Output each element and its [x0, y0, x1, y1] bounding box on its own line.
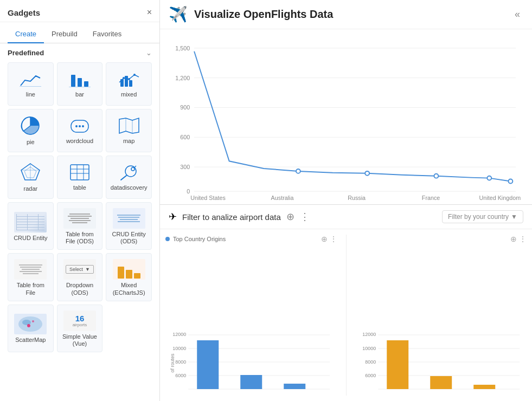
- gadget-line[interactable]: line: [8, 62, 54, 106]
- crud-entity-thumb: [14, 212, 47, 232]
- svg-text:12000: 12000: [172, 332, 186, 337]
- bar-right-2: [430, 376, 452, 389]
- gadgets-grid-row6: ScatterMap 16 airports Simple Value (Vue…: [8, 305, 152, 352]
- gadget-bar[interactable]: bar: [57, 62, 103, 106]
- filter-area: ✈ Filter to analize airport data ⊕ ⋮ Fil…: [160, 205, 532, 401]
- gadget-wordcloud[interactable]: wordcloud: [57, 109, 103, 152]
- collapse-icon[interactable]: ⌄: [146, 49, 152, 57]
- svg-text:10000: 10000: [362, 346, 376, 351]
- wordcloud-icon: [69, 117, 91, 134]
- svg-point-47: [296, 169, 300, 173]
- svg-text:0: 0: [187, 188, 190, 195]
- simple-value-vue-thumb: 16 airports: [63, 311, 96, 331]
- menu-icon-right[interactable]: ⋮: [519, 235, 527, 243]
- datadiscovery-icon: [119, 164, 139, 181]
- gadget-datadiscovery[interactable]: datadiscovery: [106, 156, 152, 199]
- menu-icon-left[interactable]: ⋮: [330, 235, 337, 243]
- filter-dropdown-text: Filter by your country: [448, 213, 509, 221]
- bar-chart-panel-left: Top Country Origins ⊕ ⋮ 12000 10000 8000…: [160, 235, 343, 396]
- svg-point-14: [79, 125, 81, 127]
- gadget-datadiscovery-label: datadiscovery: [111, 184, 148, 191]
- svg-text:12000: 12000: [362, 332, 376, 337]
- bar-left-1: [197, 340, 219, 389]
- svg-text:Australia: Australia: [271, 195, 294, 201]
- svg-text:900: 900: [180, 104, 190, 111]
- tab-favorites[interactable]: Favorites: [85, 27, 129, 43]
- line-icon: [20, 70, 41, 88]
- svg-point-49: [434, 174, 438, 178]
- move-icon-right[interactable]: ⊕: [510, 235, 517, 243]
- map-icon: [118, 117, 140, 134]
- svg-rect-7: [129, 80, 132, 87]
- gadget-scatter-map-label: ScatterMap: [15, 337, 46, 344]
- gadgets-grid-row1: line bar: [8, 62, 152, 106]
- filter-menu-icon[interactable]: ⋮: [300, 211, 310, 223]
- gadget-crud-entity-label: CRUD Entity: [14, 235, 47, 242]
- chart-icons-right: ⊕ ⋮: [510, 235, 527, 243]
- svg-text:of routes: of routes: [170, 353, 175, 373]
- chart-icons-left: ⊕ ⋮: [321, 235, 337, 243]
- svg-rect-0: [20, 86, 41, 87]
- gadget-dropdown-ods-label: Dropdown (ODS): [61, 282, 99, 296]
- move-icon-left[interactable]: ⊕: [321, 235, 328, 243]
- gadget-table[interactable]: table: [57, 156, 103, 199]
- svg-point-34: [32, 320, 34, 322]
- svg-point-31: [18, 316, 42, 332]
- gadget-scatter-map[interactable]: ScatterMap: [8, 305, 54, 352]
- tab-create[interactable]: Create: [8, 27, 44, 43]
- gadget-pie[interactable]: pie: [8, 109, 54, 152]
- gadget-mixed[interactable]: mixed: [106, 62, 152, 106]
- gadget-crud-entity-ods[interactable]: CRUD Entity (ODS): [106, 202, 152, 250]
- svg-text:10000: 10000: [172, 346, 186, 351]
- svg-line-29: [121, 176, 126, 180]
- table-from-file-thumb: [14, 259, 47, 280]
- tabs-container: Create Prebuild Favorites: [0, 22, 159, 43]
- gadget-crud-entity-ods-label: CRUD Entity (ODS): [110, 231, 148, 245]
- main-title: Visualize OpenFlights Data: [194, 8, 333, 21]
- gadget-table-from-file[interactable]: Table from File: [8, 253, 54, 301]
- gadget-simple-value-vue[interactable]: 16 airports Simple Value (Vue): [57, 305, 103, 352]
- dropdown-ods-thumb: Select ▼: [63, 259, 96, 280]
- svg-text:Russia: Russia: [348, 195, 366, 201]
- chart-panel-header-left: Top Country Origins ⊕ ⋮: [165, 235, 337, 243]
- bar-left-3: [284, 384, 305, 389]
- gadgets-grid-row5: Table from File Select ▼ Dropdown (ODS) …: [8, 253, 152, 301]
- bar-icon: [69, 70, 91, 88]
- radar-icon: [20, 163, 41, 182]
- gadget-table-from-file-label: Table from File: [11, 282, 50, 296]
- svg-text:United Kingdom: United Kingdom: [479, 195, 521, 201]
- svg-text:6000: 6000: [365, 373, 376, 378]
- bar-chart-panel-right: ⊕ ⋮ 12000 10000 8000 6000: [350, 235, 533, 396]
- svg-text:8000: 8000: [365, 359, 376, 365]
- legend-dot-blue: [165, 237, 170, 241]
- gadget-crud-entity[interactable]: CRUD Entity: [8, 202, 54, 250]
- svg-point-8: [123, 77, 125, 79]
- charts-row: Top Country Origins ⊕ ⋮ 12000 10000 8000…: [160, 229, 532, 401]
- gadget-map-label: map: [123, 138, 134, 145]
- filter-move-icon[interactable]: ⊕: [286, 211, 294, 223]
- collapse-sidebar-button[interactable]: «: [511, 8, 523, 21]
- predefined-label: Predefined: [8, 49, 44, 57]
- svg-text:600: 600: [180, 134, 190, 140]
- gadget-map[interactable]: map: [106, 109, 152, 152]
- bar-right-3: [473, 385, 495, 389]
- gadget-mixed-echartsjs[interactable]: Mixed (EChartsJS): [106, 253, 152, 301]
- section-header: Predefined ⌄: [8, 49, 152, 57]
- gadget-dropdown-ods[interactable]: Select ▼ Dropdown (ODS): [57, 253, 103, 301]
- svg-text:6000: 6000: [175, 373, 186, 378]
- scatter-map-thumb: [14, 314, 47, 334]
- gadget-radar[interactable]: radar: [8, 156, 54, 199]
- svg-point-9: [128, 78, 130, 80]
- bar-chart-right-svg: 12000 10000 8000 6000: [355, 331, 527, 396]
- gadget-table-file-ods[interactable]: Table from File (ODS): [57, 202, 103, 250]
- filter-country-dropdown[interactable]: Filter by your country ▼: [442, 210, 523, 223]
- tab-prebuild[interactable]: Prebuild: [44, 27, 85, 43]
- svg-point-13: [75, 125, 78, 127]
- gadget-line-label: line: [26, 91, 35, 98]
- close-button[interactable]: ×: [147, 8, 152, 17]
- gadget-table-label: table: [73, 184, 86, 191]
- table-icon: [69, 164, 90, 181]
- pie-icon: [21, 116, 40, 135]
- gadget-pie-label: pie: [27, 139, 35, 146]
- bar-chart-left-svg: 12000 10000 8000 6000: [165, 331, 337, 396]
